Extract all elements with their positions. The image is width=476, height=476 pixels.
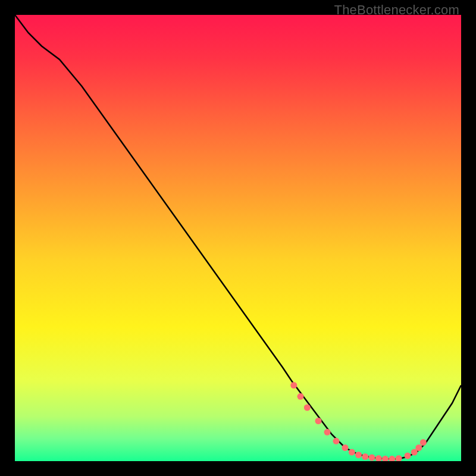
- chart-marker: [304, 405, 311, 411]
- chart-marker: [369, 455, 375, 461]
- chart-frame: [15, 15, 461, 461]
- chart-marker: [342, 444, 349, 451]
- chart-svg: [15, 15, 461, 461]
- chart-marker: [324, 429, 331, 436]
- chart-marker: [349, 449, 355, 456]
- chart-marker: [415, 444, 422, 451]
- chart-background: [15, 15, 461, 461]
- chart-marker: [355, 452, 362, 458]
- chart-marker: [420, 439, 427, 446]
- chart-marker: [290, 382, 297, 389]
- chart-marker: [315, 418, 322, 424]
- chart-marker: [333, 438, 340, 444]
- chart-marker: [362, 453, 368, 460]
- chart-marker: [298, 393, 304, 400]
- chart-marker: [405, 453, 411, 459]
- watermark-text: TheBottlenecker.com: [334, 2, 459, 18]
